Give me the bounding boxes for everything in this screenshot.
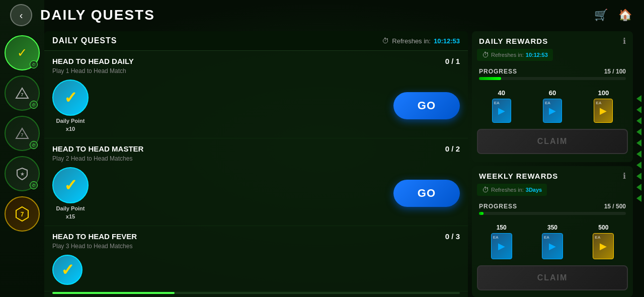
svg-text:7: 7 <box>21 92 23 97</box>
daily-milestone-40: 40 ▶ <box>492 89 511 123</box>
daily-point-icon-3 <box>52 255 83 285</box>
weekly-refresh-time: 3Days <box>526 187 542 193</box>
quest-3-name: Head to Head Fever <box>52 232 137 241</box>
scroll-track <box>52 292 460 294</box>
weekly-milestones: 150 ▶ 350 ▶ 500 ▶ <box>472 224 633 263</box>
quest-1-desc: Play 1 Head to Head Match <box>52 67 460 75</box>
milestone-pack-60: ▶ <box>543 99 562 123</box>
decorative-triangles <box>634 0 644 297</box>
weekly-milestone-350: 350 ▶ <box>542 224 563 259</box>
page-title: DAILY QUESTS <box>40 7 592 23</box>
daily-clock-icon: ⏱ <box>482 51 489 59</box>
daily-point-icon-2 <box>52 167 89 203</box>
daily-milestone-60: 60 ▶ <box>543 89 562 123</box>
milestone-val-60: 60 <box>549 89 556 97</box>
quest-1-name: Head to Head Daily <box>52 57 134 65</box>
header: ‹ DAILY QUESTS 🛒 🏠 <box>0 0 644 30</box>
sidebar-item-5[interactable]: 7 <box>5 196 40 232</box>
refresh-time: 10:12:53 <box>434 37 460 45</box>
weekly-rewards-title: WEEKLY REWARDS <box>479 172 558 180</box>
sidebar-item-2[interactable]: 7 ⏱ <box>5 76 40 111</box>
svg-text:7: 7 <box>21 132 23 137</box>
daily-rewards-info-icon[interactable]: ℹ <box>623 36 626 46</box>
main-content: DAILY QUESTS ⏱ Refreshes in: 10:12:53 He… <box>44 31 633 297</box>
milestone-val-350: 350 <box>547 224 557 231</box>
daily-rewards-card: DAILY REWARDS ℹ ⏱ Refreshes in: 10:12:53… <box>472 31 633 162</box>
milestone-val-40: 40 <box>498 89 505 97</box>
quest-2-go-button[interactable]: GO <box>393 180 460 207</box>
quest-1-reward: Daily Point x10 <box>52 80 89 132</box>
milestone-pack-40: ▶ <box>492 99 511 123</box>
sidebar: ✓ ⏱ 7 ⏱ 7 ⏱ ★ ⏱ 7 <box>0 0 44 297</box>
quest-1-reward-label: Daily Point <box>56 118 85 124</box>
milestone-val-150: 150 <box>497 224 507 231</box>
back-button[interactable]: ‹ <box>10 4 32 26</box>
milestone-val-100: 100 <box>598 89 609 97</box>
sidebar-badge-2: ⏱ <box>30 101 38 109</box>
quest-badge: ⏱ <box>30 60 38 68</box>
weekly-rewards-card: WEEKLY REWARDS ℹ ⏱ Refreshes in: 3Days P… <box>472 166 633 297</box>
quest-item-3: Head to Head Fever 0 / 3 Play 3 Head to … <box>44 226 468 291</box>
weekly-progress-count: 15 / 500 <box>604 203 626 210</box>
clock-icon: ⏱ <box>382 37 389 45</box>
weekly-progress-label: PROGRESS <box>479 203 517 210</box>
daily-milestones: 40 ▶ 60 ▶ 100 ▶ <box>472 89 633 127</box>
quest-1-reward-mult: x10 <box>66 126 75 132</box>
quest-2-reward-mult: x15 <box>66 213 75 219</box>
milestone-pack-500: ▶ <box>593 233 614 259</box>
quest-item-2: Head to Head Master 0 / 2 Play 2 Head to… <box>44 138 468 226</box>
daily-progress-label: PROGRESS <box>479 68 517 75</box>
check-icon: ✓ <box>17 46 27 60</box>
quests-header: DAILY QUESTS ⏱ Refreshes in: 10:12:53 <box>44 31 468 51</box>
milestone-pack-100: ▶ <box>594 99 613 123</box>
quest-3-reward <box>52 255 83 285</box>
daily-progress-count: 15 / 100 <box>604 68 626 75</box>
quest-3-count: 0 / 3 <box>445 232 460 241</box>
weekly-refresh-label: Refreshes in: <box>491 187 524 193</box>
quest-3-desc: Play 3 Head to Head Matches <box>52 243 460 250</box>
weekly-progress-section: PROGRESS 15 / 500 <box>472 199 633 224</box>
sidebar-item-4[interactable]: ★ ⏱ <box>5 156 40 191</box>
weekly-claim-button[interactable]: CLAIM <box>477 265 628 290</box>
hexagon-icon: 7 <box>14 206 30 222</box>
weekly-rewards-header: WEEKLY REWARDS ℹ <box>472 166 633 184</box>
daily-rewards-header: DAILY REWARDS ℹ <box>472 31 633 49</box>
quest-2-count: 0 / 2 <box>445 144 460 153</box>
right-panel: DAILY REWARDS ℹ ⏱ Refreshes in: 10:12:53… <box>472 31 633 297</box>
quest-2-name: Head to Head Master <box>52 144 143 153</box>
daily-refresh-time: 10:12:53 <box>526 52 548 58</box>
quest-item-1: Head to Head Daily 0 / 1 Play 1 Head to … <box>44 51 468 138</box>
quest-2-desc: Play 2 Head to Head Matches <box>52 155 460 162</box>
daily-milestone-100: 100 ▶ <box>594 89 613 123</box>
cart-icon[interactable]: 🛒 <box>592 6 610 24</box>
milestone-val-500: 500 <box>598 224 608 231</box>
weekly-rewards-info-icon[interactable]: ℹ <box>623 171 626 181</box>
quests-panel-title: DAILY QUESTS <box>52 36 117 45</box>
daily-progress-bar <box>479 77 626 80</box>
sidebar-badge-3: ⏱ <box>30 141 38 149</box>
sidebar-item-3[interactable]: 7 ⏱ <box>5 116 40 151</box>
milestone-pack-350: ▶ <box>542 233 563 259</box>
weekly-progress-bar <box>479 212 626 215</box>
quests-refresh-info: ⏱ Refreshes in: 10:12:53 <box>382 37 460 45</box>
weekly-clock-icon: ⏱ <box>482 186 489 194</box>
quests-panel: DAILY QUESTS ⏱ Refreshes in: 10:12:53 He… <box>44 31 468 297</box>
weekly-progress-fill <box>479 212 484 215</box>
weekly-milestone-500: 500 ▶ <box>593 224 614 259</box>
daily-rewards-title: DAILY REWARDS <box>479 37 548 45</box>
triangle-icon: 7 <box>15 86 29 100</box>
scroll-thumb <box>52 292 175 294</box>
sidebar-badge-4: ⏱ <box>30 181 38 189</box>
daily-refresh-label: Refreshes in: <box>491 52 524 58</box>
svg-text:★: ★ <box>20 171 25 177</box>
daily-progress-section: PROGRESS 15 / 100 <box>472 64 633 89</box>
daily-claim-button[interactable]: CLAIM <box>477 129 628 154</box>
svg-text:7: 7 <box>21 211 24 218</box>
weekly-milestone-150: 150 ▶ <box>491 224 512 259</box>
shield-icon: ★ <box>15 167 29 181</box>
sidebar-item-quests[interactable]: ✓ ⏱ <box>5 35 40 70</box>
quest-1-go-button[interactable]: GO <box>393 92 460 119</box>
quest-2-reward: Daily Point x15 <box>52 167 89 219</box>
daily-rewards-refresh: ⏱ Refreshes in: 10:12:53 <box>477 49 553 61</box>
home-icon[interactable]: 🏠 <box>616 6 634 24</box>
